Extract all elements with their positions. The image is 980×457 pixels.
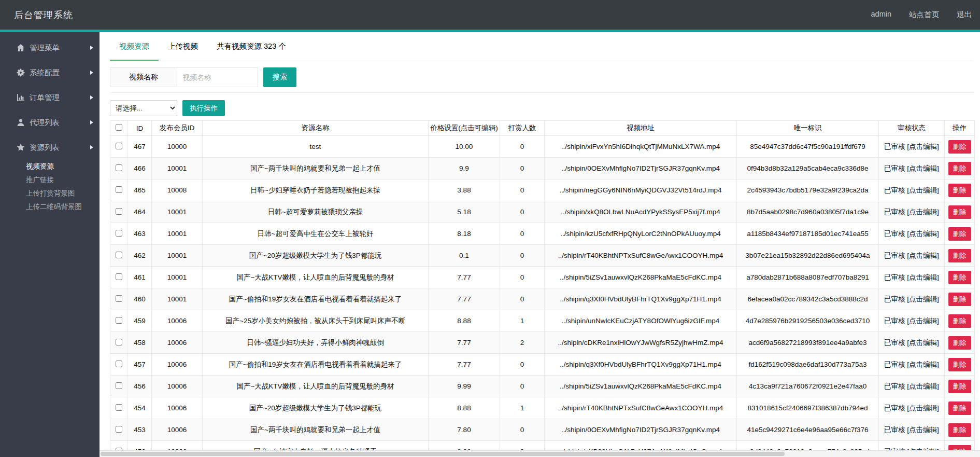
sidebar-item-label: 管理菜单 xyxy=(30,43,60,53)
table-row: 467 10000 test 10.00 0 ../shipin/xlFvxYn… xyxy=(110,136,975,158)
cell-resource-name: 日韩~骚逼少妇功夫好，弄得小鲜肉神魂颠倒 xyxy=(203,332,429,354)
search-button[interactable]: 搜索 xyxy=(263,67,296,87)
chevron-right-icon xyxy=(90,120,93,124)
cell-review-status[interactable]: 已审核 [点击编辑] xyxy=(879,288,945,310)
table-row: 460 10001 国产~偷拍和19岁女友在酒店看电视看着看着就搞起来了 7.7… xyxy=(110,288,975,310)
row-checkbox-cell xyxy=(110,288,128,310)
cell-price-editable[interactable]: 3.88 xyxy=(429,179,500,201)
sidebar-item-label: 订单管理 xyxy=(30,93,60,103)
sidebar-item-resource-list[interactable]: 资源列表 xyxy=(0,135,100,160)
row-checkbox[interactable] xyxy=(116,426,122,433)
cell-price-editable[interactable]: 9.9 xyxy=(429,158,500,179)
cell-member-id: 10006 xyxy=(152,376,203,397)
cell-price-editable[interactable]: 7.77 xyxy=(429,354,500,376)
tab-upload-video[interactable]: 上传视频 xyxy=(159,32,207,61)
cell-price-editable[interactable]: 7.80 xyxy=(429,419,500,441)
cell-price-editable[interactable]: 8.88 xyxy=(429,397,500,419)
video-name-input[interactable] xyxy=(177,67,258,87)
cell-review-status[interactable]: 已审核 [点击编辑] xyxy=(879,310,945,332)
sidebar-item-label: 系统配置 xyxy=(30,68,60,78)
cell-price-editable[interactable]: 8.18 xyxy=(429,223,500,245)
batch-action-select[interactable]: 请选择... xyxy=(110,100,177,116)
delete-button[interactable]: 删除 xyxy=(948,380,971,393)
sidebar-item-system-config[interactable]: 系统配置 xyxy=(0,60,100,85)
delete-button[interactable]: 删除 xyxy=(948,293,971,306)
cell-resource-name: 国产~偷拍和19岁女友在酒店看电视看着看着就搞起来了 xyxy=(203,354,429,376)
horizontal-scrollbar[interactable] xyxy=(100,450,980,457)
cell-price-editable[interactable]: 9.99 xyxy=(429,376,500,397)
cell-review-status[interactable]: 已审核 [点击编辑] xyxy=(879,201,945,223)
cell-id: 453 xyxy=(128,419,152,441)
delete-button[interactable]: 删除 xyxy=(948,249,971,262)
sidebar-item-agent-list[interactable]: 代理列表 xyxy=(0,110,100,135)
sidebar-item-admin-menu[interactable]: 管理菜单 xyxy=(0,35,100,60)
cell-review-status[interactable]: 已审核 [点击编辑] xyxy=(879,179,945,201)
cell-review-status[interactable]: 已审核 [点击编辑] xyxy=(879,158,945,179)
cell-unique-id: a780dab2871b688a8087edf707ba8291 xyxy=(737,267,879,288)
top-navbar: 后台管理系统 admin 站点首页 退出 xyxy=(0,0,980,30)
row-checkbox[interactable] xyxy=(116,273,122,280)
row-checkbox[interactable] xyxy=(116,186,122,193)
navbar-link-site-home[interactable]: 站点首页 xyxy=(909,10,939,20)
video-table: ID发布会员ID资源名称价格设置(点击可编辑)打赏人数视频地址唯一标识审核状态操… xyxy=(110,120,975,457)
cell-price-editable[interactable]: 7.77 xyxy=(429,288,500,310)
cell-price-editable[interactable]: 7.77 xyxy=(429,267,500,288)
cell-review-status[interactable]: 已审核 [点击编辑] xyxy=(879,397,945,419)
chevron-right-icon xyxy=(90,95,93,100)
delete-button[interactable]: 删除 xyxy=(948,336,971,350)
cell-price-editable[interactable]: 7.77 xyxy=(429,332,500,354)
cell-review-status[interactable]: 已审核 [点击编辑] xyxy=(879,354,945,376)
row-checkbox[interactable] xyxy=(116,404,122,411)
cell-price-editable[interactable]: 8.88 xyxy=(429,310,500,332)
row-checkbox[interactable] xyxy=(116,317,122,324)
sidebar-subitem-video-resources[interactable]: 视频资源 xyxy=(0,160,100,173)
row-checkbox[interactable] xyxy=(116,361,122,367)
delete-button[interactable]: 删除 xyxy=(948,162,971,175)
cell-id: 467 xyxy=(128,136,152,158)
cell-review-status[interactable]: 已审核 [点击编辑] xyxy=(879,267,945,288)
tab-video-resources[interactable]: 视频资源 xyxy=(110,32,159,61)
cell-video-url: ../shipin/cDKRe1nxlHlOwYJwWgfsR5ZyjhwHmZ… xyxy=(545,332,737,354)
gears-icon xyxy=(17,68,25,77)
cell-review-status[interactable]: 已审核 [点击编辑] xyxy=(879,332,945,354)
delete-button[interactable]: 删除 xyxy=(948,358,971,371)
cell-actions: 删除 xyxy=(945,223,975,245)
sidebar-subitem-upload-reward-bg[interactable]: 上传打赏背景图 xyxy=(0,187,100,200)
row-checkbox[interactable] xyxy=(116,164,122,171)
navbar-link-admin[interactable]: admin xyxy=(871,10,892,20)
row-checkbox[interactable] xyxy=(116,208,122,215)
row-checkbox[interactable] xyxy=(116,143,122,149)
execute-action-button[interactable]: 执行操作 xyxy=(182,100,225,116)
cell-price-editable[interactable]: 5.18 xyxy=(429,201,500,223)
cell-price-editable[interactable]: 10.00 xyxy=(429,136,500,158)
row-checkbox[interactable] xyxy=(116,252,122,258)
row-checkbox[interactable] xyxy=(116,295,122,302)
sidebar-subitem-upload-qrcode-bg[interactable]: 上传二维码背景图 xyxy=(0,200,100,214)
cell-resource-name: 国产~20岁超级嫩模大学生为了钱3P都能玩 xyxy=(203,397,429,419)
cell-price-editable[interactable]: 0.1 xyxy=(429,245,500,267)
delete-button[interactable]: 删除 xyxy=(948,227,971,241)
scrollbar-thumb[interactable] xyxy=(101,452,785,456)
delete-button[interactable]: 删除 xyxy=(948,314,971,328)
cell-review-status[interactable]: 已审核 [点击编辑] xyxy=(879,376,945,397)
delete-button[interactable]: 删除 xyxy=(948,423,971,437)
select-all-checkbox[interactable] xyxy=(116,124,122,131)
sidebar-item-order-management[interactable]: 订单管理 xyxy=(0,85,100,110)
row-checkbox[interactable] xyxy=(116,339,122,345)
row-checkbox[interactable] xyxy=(116,382,122,389)
cell-review-status[interactable]: 已审核 [点击编辑] xyxy=(879,136,945,158)
cell-review-status[interactable]: 已审核 [点击编辑] xyxy=(879,223,945,245)
delete-button[interactable]: 删除 xyxy=(948,205,971,219)
chevron-right-icon xyxy=(90,71,93,75)
cell-review-status[interactable]: 已审核 [点击编辑] xyxy=(879,245,945,267)
cell-review-status[interactable]: 已审核 [点击编辑] xyxy=(879,419,945,441)
cell-id: 461 xyxy=(128,267,152,288)
sidebar-subitem-promo-links[interactable]: 推广链接 xyxy=(0,173,100,187)
row-checkbox[interactable] xyxy=(116,230,122,237)
row-checkbox-cell xyxy=(110,223,128,245)
delete-button[interactable]: 删除 xyxy=(948,401,971,415)
delete-button[interactable]: 删除 xyxy=(948,184,971,197)
delete-button[interactable]: 删除 xyxy=(948,271,971,284)
delete-button[interactable]: 删除 xyxy=(948,140,971,154)
navbar-link-logout[interactable]: 退出 xyxy=(957,10,972,20)
